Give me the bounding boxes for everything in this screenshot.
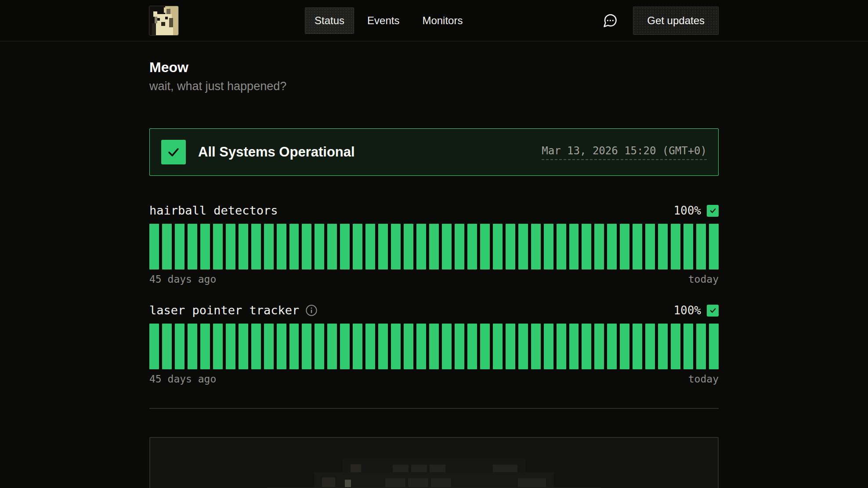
uptime-bar[interactable] [302, 224, 311, 269]
uptime-bar[interactable] [327, 324, 337, 369]
uptime-bar[interactable] [251, 324, 261, 369]
uptime-bar[interactable] [404, 324, 413, 369]
uptime-bar[interactable] [658, 324, 668, 369]
uptime-bar[interactable] [531, 324, 541, 369]
uptime-bar[interactable] [340, 324, 350, 369]
uptime-bar[interactable] [620, 324, 629, 369]
uptime-bar[interactable] [365, 224, 375, 269]
status-timestamp[interactable]: Mar 13, 2026 15:20 (GMT+0) [542, 145, 707, 160]
uptime-bar[interactable] [531, 224, 541, 269]
uptime-bar[interactable] [696, 224, 706, 269]
uptime-bar[interactable] [365, 324, 375, 369]
chat-button[interactable] [602, 13, 618, 29]
uptime-bar[interactable] [429, 224, 439, 269]
uptime-bar[interactable] [378, 224, 388, 269]
uptime-bar[interactable] [557, 224, 566, 269]
uptime-bar[interactable] [582, 224, 591, 269]
uptime-bar[interactable] [518, 324, 528, 369]
uptime-bar[interactable] [175, 324, 184, 369]
uptime-bar[interactable] [200, 324, 210, 369]
uptime-bar[interactable] [391, 224, 401, 269]
uptime-bar[interactable] [264, 224, 274, 269]
info-icon[interactable] [305, 304, 318, 317]
uptime-bar[interactable] [404, 224, 413, 269]
uptime-bar[interactable] [442, 324, 452, 369]
get-updates-button[interactable]: Get updates [633, 7, 719, 35]
uptime-bar[interactable] [416, 224, 426, 269]
uptime-bar[interactable] [506, 324, 515, 369]
uptime-bar[interactable] [353, 324, 362, 369]
uptime-bar[interactable] [162, 324, 172, 369]
uptime-bar[interactable] [315, 324, 324, 369]
uptime-bar[interactable] [213, 224, 223, 269]
uptime-bar[interactable] [594, 324, 604, 369]
uptime-bar[interactable] [416, 324, 426, 369]
uptime-percentage: 100% [673, 304, 701, 317]
uptime-bar[interactable] [239, 324, 248, 369]
uptime-bar[interactable] [658, 224, 668, 269]
uptime-bar[interactable] [353, 224, 362, 269]
uptime-bar[interactable] [633, 324, 642, 369]
uptime-bar[interactable] [557, 324, 566, 369]
uptime-bar[interactable] [391, 324, 401, 369]
uptime-bar[interactable] [429, 324, 439, 369]
uptime-bar[interactable] [188, 224, 197, 269]
uptime-bar[interactable] [544, 224, 553, 269]
uptime-bar[interactable] [213, 324, 223, 369]
uptime-bar[interactable] [340, 224, 350, 269]
uptime-bar[interactable] [594, 224, 604, 269]
uptime-bar[interactable] [544, 324, 553, 369]
uptime-bar[interactable] [162, 224, 172, 269]
uptime-bar[interactable] [696, 324, 706, 369]
uptime-bar[interactable] [633, 224, 642, 269]
uptime-bar[interactable] [277, 224, 286, 269]
uptime-bar[interactable] [467, 224, 477, 269]
uptime-bar[interactable] [506, 224, 515, 269]
cat-logo[interactable] [149, 6, 178, 35]
tab-events[interactable]: Events [358, 7, 409, 34]
uptime-bar[interactable] [671, 224, 680, 269]
uptime-bar[interactable] [226, 324, 235, 369]
uptime-bar[interactable] [480, 224, 490, 269]
uptime-bar[interactable] [175, 224, 184, 269]
uptime-bar[interactable] [188, 324, 197, 369]
uptime-bar[interactable] [493, 324, 503, 369]
uptime-bar[interactable] [455, 224, 464, 269]
uptime-bar[interactable] [149, 224, 159, 269]
uptime-bar[interactable] [302, 324, 311, 369]
uptime-bar[interactable] [239, 224, 248, 269]
nav-tabs: Status Events Monitors [305, 7, 472, 34]
uptime-bar[interactable] [607, 324, 617, 369]
uptime-bar[interactable] [709, 224, 719, 269]
uptime-bar[interactable] [493, 224, 503, 269]
uptime-bar[interactable] [518, 224, 528, 269]
uptime-bar[interactable] [289, 324, 299, 369]
uptime-bar[interactable] [467, 324, 477, 369]
uptime-bar[interactable] [671, 324, 680, 369]
uptime-bar[interactable] [645, 324, 655, 369]
uptime-bar[interactable] [645, 224, 655, 269]
uptime-bar[interactable] [607, 224, 617, 269]
uptime-bar[interactable] [264, 324, 274, 369]
uptime-bar[interactable] [251, 224, 261, 269]
uptime-bar[interactable] [289, 224, 299, 269]
uptime-bar[interactable] [200, 224, 210, 269]
uptime-bar[interactable] [569, 224, 579, 269]
uptime-bar[interactable] [709, 324, 719, 369]
uptime-bar[interactable] [620, 224, 629, 269]
uptime-bar[interactable] [327, 224, 337, 269]
uptime-bar[interactable] [378, 324, 388, 369]
uptime-bar[interactable] [442, 224, 452, 269]
tab-monitors[interactable]: Monitors [412, 7, 472, 34]
uptime-bar[interactable] [455, 324, 464, 369]
uptime-bar[interactable] [226, 224, 235, 269]
uptime-bar[interactable] [480, 324, 490, 369]
uptime-bar[interactable] [684, 224, 693, 269]
uptime-bar[interactable] [277, 324, 286, 369]
uptime-bar[interactable] [315, 224, 324, 269]
uptime-bar[interactable] [582, 324, 591, 369]
uptime-bar[interactable] [149, 324, 159, 369]
uptime-bar[interactable] [684, 324, 693, 369]
uptime-bar[interactable] [569, 324, 579, 369]
tab-status[interactable]: Status [305, 7, 354, 34]
